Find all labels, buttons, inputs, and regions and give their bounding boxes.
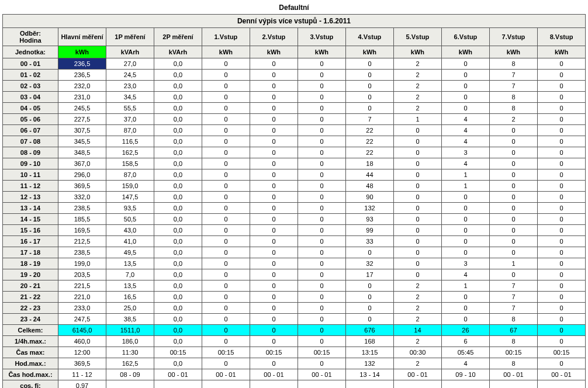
table-row: 04 - 05245,555,50,000002080: [3, 103, 586, 114]
value-cell: 0: [202, 292, 250, 303]
value-cell: 0: [537, 58, 585, 70]
value-cell: 22: [345, 147, 393, 158]
col-header: 3.Vstup: [298, 28, 345, 46]
summary-value: 0: [537, 358, 585, 369]
value-cell: 348,5: [58, 147, 106, 158]
col-header: Odběr:Hodina: [3, 28, 58, 46]
summary-value: 0: [298, 336, 345, 347]
value-cell: 0: [537, 158, 585, 169]
summary-value: 00 - 01: [154, 369, 202, 380]
summary-value: 09 - 10: [441, 369, 489, 380]
value-cell: 0,0: [154, 236, 202, 247]
value-cell: 4: [441, 136, 489, 147]
summary-value: 67: [489, 325, 537, 336]
value-cell: 2: [393, 58, 441, 70]
value-cell: 13,5: [106, 258, 154, 269]
unit-cell: kWh: [441, 46, 489, 58]
summary-value: 460,0: [58, 336, 106, 347]
value-cell: 0: [250, 125, 298, 136]
value-cell: 0: [537, 70, 585, 81]
value-cell: 0: [250, 292, 298, 303]
value-cell: 0,0: [154, 292, 202, 303]
summary-value: 676: [345, 325, 393, 336]
value-cell: 0: [298, 103, 345, 114]
value-cell: 48: [345, 181, 393, 192]
value-cell: 0: [250, 258, 298, 269]
table-row: 19 - 20203,57,00,0000170400: [3, 269, 586, 280]
value-cell: 55,5: [106, 103, 154, 114]
summary-value: 186,0: [106, 336, 154, 347]
value-cell: 0: [393, 192, 441, 203]
hour-label: 18 - 19: [3, 258, 58, 269]
summary-value: 12:00: [58, 347, 106, 358]
value-cell: 0,0: [154, 169, 202, 181]
table-row: 17 - 18238,549,50,000000000: [3, 247, 586, 258]
value-cell: 0: [202, 247, 250, 258]
value-cell: 0: [202, 314, 250, 325]
unit-cell: kVArh: [154, 46, 202, 58]
value-cell: 159,0: [106, 181, 154, 192]
value-cell: 0: [202, 236, 250, 247]
value-cell: 7: [489, 292, 537, 303]
summary-value: 00:15: [537, 347, 585, 358]
value-cell: 4: [441, 125, 489, 136]
value-cell: 33: [345, 236, 393, 247]
value-cell: 232,0: [58, 81, 106, 92]
unit-cell: kWh: [202, 46, 250, 58]
value-cell: 0: [489, 203, 537, 214]
summary-row: Hod.max.:369,5162,50,00001322480: [3, 358, 586, 369]
value-cell: 0: [393, 147, 441, 158]
table-row: 00 - 01236,527,00,000002080: [3, 58, 586, 70]
summary-value: 0: [250, 358, 298, 369]
value-cell: 0: [202, 269, 250, 280]
value-cell: 0: [537, 147, 585, 158]
value-cell: 2: [393, 70, 441, 81]
value-cell: 0,0: [154, 158, 202, 169]
value-cell: 369,5: [58, 181, 106, 192]
hour-label: 22 - 23: [3, 303, 58, 314]
unit-cell: kWh: [393, 46, 441, 58]
value-cell: 0,0: [154, 303, 202, 314]
summary-value: 00:15: [298, 347, 345, 358]
table-row: 07 - 08345,5116,50,0000220400: [3, 136, 586, 147]
value-cell: 2: [393, 292, 441, 303]
value-cell: 0: [298, 292, 345, 303]
summary-value: 2: [393, 358, 441, 369]
value-cell: 27,0: [106, 58, 154, 70]
value-cell: 0: [489, 181, 537, 192]
summary-label: Celkem:: [3, 325, 58, 336]
value-cell: 0: [298, 58, 345, 70]
summary-value: 0,0: [154, 336, 202, 347]
table-row: 20 - 21221,513,50,000002170: [3, 280, 586, 292]
value-cell: 0: [298, 125, 345, 136]
value-cell: 0: [489, 236, 537, 247]
unit-cell: kWh: [345, 46, 393, 58]
hour-label: 12 - 13: [3, 192, 58, 203]
summary-value: 369,5: [58, 358, 106, 369]
value-cell: 16,5: [106, 292, 154, 303]
hour-label: 05 - 06: [3, 114, 58, 125]
summary-value: 0,0: [154, 325, 202, 336]
value-cell: 0: [298, 280, 345, 292]
summary-value: 0: [202, 325, 250, 336]
value-cell: 2: [393, 92, 441, 103]
col-header: 2P měření: [154, 28, 202, 46]
value-cell: 0: [537, 136, 585, 147]
value-cell: 0: [441, 303, 489, 314]
summary-value: 13 - 14: [345, 369, 393, 380]
table-row: 21 - 22221,016,50,000002070: [3, 292, 586, 303]
value-cell: 212,5: [58, 236, 106, 247]
value-cell: 23,0: [106, 81, 154, 92]
value-cell: 0: [537, 303, 585, 314]
hour-label: 14 - 15: [3, 214, 58, 225]
value-cell: 0: [202, 192, 250, 203]
value-cell: 0: [345, 280, 393, 292]
value-cell: 0: [202, 169, 250, 181]
summary-label: Čas hod.max.:: [3, 369, 58, 380]
summary-value: 1511,0: [106, 325, 154, 336]
value-cell: 345,5: [58, 136, 106, 147]
value-cell: 231,0: [58, 92, 106, 103]
hour-label: 00 - 01: [3, 58, 58, 70]
value-cell: 0: [345, 92, 393, 103]
value-cell: 0: [537, 214, 585, 225]
